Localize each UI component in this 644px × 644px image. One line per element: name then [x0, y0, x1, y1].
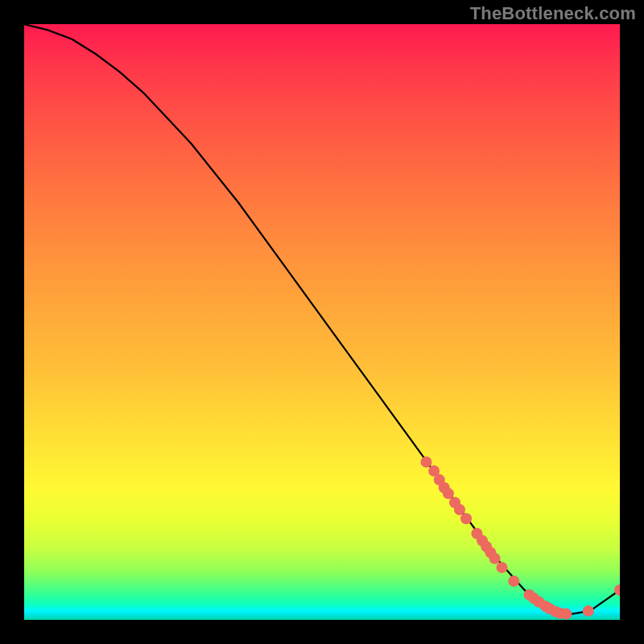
data-points-group — [421, 456, 621, 620]
data-point — [496, 562, 507, 573]
data-point — [421, 456, 432, 468]
data-point — [489, 553, 501, 564]
chart-svg — [24, 24, 620, 620]
data-point — [583, 605, 594, 617]
plot-area — [24, 24, 620, 620]
data-point — [508, 576, 519, 587]
data-point — [460, 513, 472, 524]
data-point — [560, 609, 572, 620]
bottleneck-curve — [24, 24, 620, 614]
chart-frame: TheBottleneck.com — [0, 0, 644, 644]
watermark-text: TheBottleneck.com — [470, 3, 636, 24]
